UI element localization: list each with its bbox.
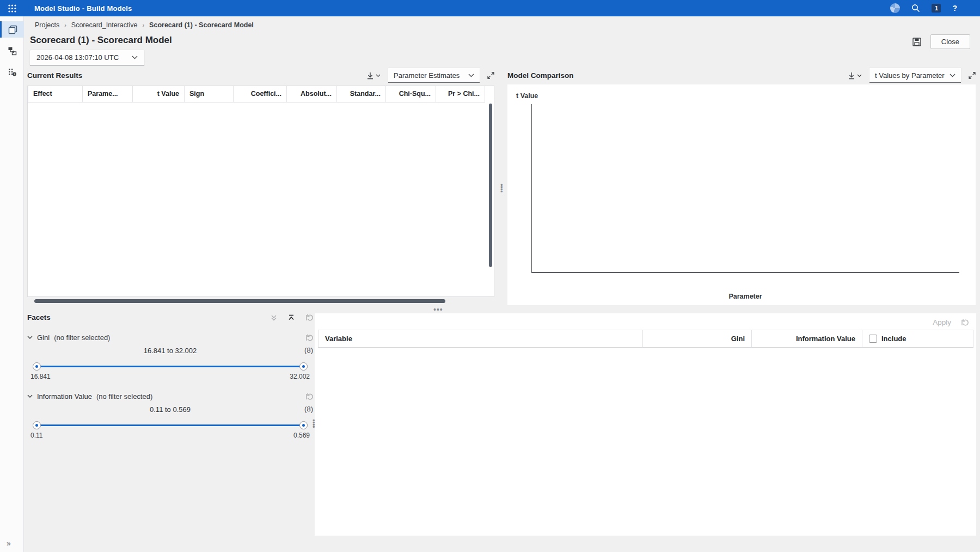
- gini-range-slider[interactable]: [37, 362, 303, 370]
- facet-iv-label: Information Value: [37, 392, 92, 401]
- parameter-estimates-table: EffectParame...t ValueSignCoeffici...Abs…: [27, 86, 494, 297]
- maximize-icon[interactable]: [487, 72, 494, 79]
- facet-gini: Gini (no filter selected) (8) 16.841 to …: [27, 333, 313, 380]
- chevron-down-icon: [950, 74, 955, 77]
- reset-icon[interactable]: [305, 334, 313, 342]
- pipeline-icon: [8, 46, 17, 56]
- chevron-down-icon[interactable]: [27, 395, 33, 398]
- chevron-down-icon: [468, 74, 474, 77]
- results-view-value: Parameter Estimates: [394, 71, 460, 80]
- chevron-down-icon[interactable]: [27, 336, 33, 339]
- y-axis-label: t Value: [516, 92, 538, 100]
- download-icon[interactable]: [848, 72, 862, 80]
- timestamp-value: 2026-04-08 13:07:10 UTC: [36, 53, 119, 62]
- col-standar-[interactable]: Standar...: [337, 86, 386, 102]
- chart-plot-area: [531, 104, 959, 273]
- chevron-down-icon: [132, 56, 138, 59]
- slider-track[interactable]: [37, 424, 303, 426]
- include-header-label: Include: [881, 335, 906, 343]
- collapse-all-icon[interactable]: [271, 314, 277, 321]
- sidebar-item-pipeline[interactable]: [0, 43, 24, 59]
- col-sign[interactable]: Sign: [185, 86, 234, 102]
- maximize-icon[interactable]: [969, 72, 976, 79]
- chevron-right-icon: ›: [64, 22, 66, 28]
- search-icon[interactable]: [911, 4, 920, 13]
- iv-max-label: 0.569: [293, 432, 310, 439]
- slider-handle-max[interactable]: [299, 362, 308, 371]
- breadcrumb: Projects › Scorecard_Interactive › Score…: [35, 21, 254, 29]
- col-coeffici-[interactable]: Coeffici...: [234, 86, 287, 102]
- col-pr-chi-[interactable]: Pr > Chi...: [436, 86, 485, 102]
- data-grid-icon: i: [8, 68, 17, 77]
- current-results-title: Current Results: [27, 71, 82, 80]
- reset-icon[interactable]: [961, 319, 969, 326]
- notifications-badge[interactable]: 1: [932, 4, 941, 13]
- sidebar-item-data[interactable]: i: [0, 64, 24, 80]
- chevron-down-icon: [376, 74, 381, 77]
- slider-track[interactable]: [37, 366, 303, 367]
- chevron-right-icon: ›: [142, 22, 144, 28]
- panel-splitter-vertical[interactable]: ••••: [500, 184, 503, 193]
- col-absolut-[interactable]: Absolut...: [287, 86, 337, 102]
- breadcrumb-project-name[interactable]: Scorecard_Interactive: [71, 21, 138, 29]
- table-header: EffectParame...t ValueSignCoeffici...Abs…: [28, 86, 490, 102]
- col-variable[interactable]: Variable: [318, 330, 643, 348]
- expand-sidebar-icon[interactable]: »: [7, 539, 10, 548]
- app-bar: Model Studio - Build Models 1 ?: [0, 0, 980, 16]
- x-axis-label: Parameter: [531, 293, 959, 300]
- reset-icon[interactable]: [305, 314, 313, 322]
- expand-all-icon[interactable]: [288, 314, 295, 321]
- comparison-view-select[interactable]: t Values by Parameter: [869, 68, 961, 83]
- save-icon[interactable]: [912, 37, 922, 47]
- app-launcher-icon[interactable]: [0, 4, 24, 13]
- breadcrumb-projects[interactable]: Projects: [35, 21, 59, 29]
- col-parame-[interactable]: Parame...: [83, 86, 133, 102]
- slider-handle-min[interactable]: [33, 362, 41, 371]
- vertical-scrollbar[interactable]: [489, 104, 492, 267]
- horizontal-scrollbar[interactable]: [34, 299, 445, 303]
- variables-panel: Apply Variable Gini Information Value In…: [315, 313, 976, 536]
- table-header: Variable Gini Information Value Include: [318, 330, 973, 348]
- page-title: Scorecard (1) - Scorecard Model: [30, 35, 172, 46]
- facet-information-value: Information Value (no filter selected) (…: [27, 392, 313, 439]
- col-t-value[interactable]: t Value: [133, 86, 185, 102]
- facet-iv-range: 0.11 to 0.569: [27, 405, 313, 414]
- panel-splitter-horizontal[interactable]: •••: [433, 305, 443, 314]
- results-view-select[interactable]: Parameter Estimates: [388, 68, 480, 83]
- left-toolbar: i »: [0, 16, 24, 552]
- col-gini[interactable]: Gini: [643, 330, 752, 348]
- timestamp-select[interactable]: 2026-04-08 13:07:10 UTC: [30, 50, 144, 65]
- facets-panel: Facets Gini (no filter selected) (8) 16.…: [27, 313, 313, 439]
- model-comparison-title: Model Comparison: [507, 71, 574, 80]
- facet-gini-label: Gini: [37, 333, 50, 342]
- brand-logo-icon[interactable]: [890, 3, 900, 13]
- col-effect[interactable]: Effect: [28, 86, 83, 102]
- iv-range-slider[interactable]: [37, 421, 303, 429]
- col-chi-squ-[interactable]: Chi-Squ...: [386, 86, 436, 102]
- chevron-down-icon: [857, 74, 862, 77]
- help-icon[interactable]: ?: [952, 4, 957, 13]
- gini-min-label: 16.841: [30, 373, 51, 380]
- results-copy-icon: [8, 25, 17, 34]
- comparison-view-value: t Values by Parameter: [875, 71, 945, 80]
- col-information-value[interactable]: Information Value: [752, 330, 862, 348]
- apply-button[interactable]: Apply: [933, 318, 951, 326]
- iv-min-label: 0.11: [30, 432, 42, 439]
- variables-table: Variable Gini Information Value Include: [318, 330, 973, 348]
- slider-handle-min[interactable]: [33, 421, 41, 429]
- close-button[interactable]: Close: [930, 34, 970, 49]
- include-all-checkbox[interactable]: [869, 335, 877, 343]
- facet-iv-note: (no filter selected): [96, 392, 152, 401]
- reset-icon[interactable]: [305, 393, 313, 401]
- facet-gini-range: 16.841 to 32.002: [27, 347, 313, 355]
- t-values-bar-chart: t Value Parameter: [507, 84, 976, 305]
- col-include: Include: [862, 330, 973, 348]
- facets-title: Facets: [27, 313, 51, 322]
- facet-gini-note: (no filter selected): [54, 333, 110, 342]
- slider-handle-max[interactable]: [299, 421, 308, 429]
- sidebar-item-results[interactable]: [0, 21, 24, 38]
- horizontal-scrollbar-track: [27, 299, 494, 304]
- app-title: Model Studio - Build Models: [34, 4, 132, 13]
- download-icon[interactable]: [366, 72, 381, 80]
- gini-max-label: 32.002: [290, 373, 310, 380]
